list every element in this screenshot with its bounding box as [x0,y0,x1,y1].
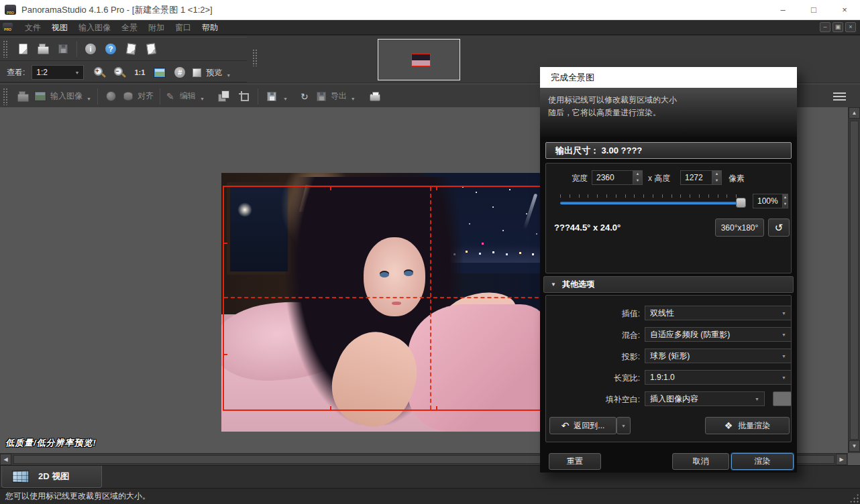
interpolation-select[interactable]: 双线性 ▼ [645,306,792,320]
preview-dropdown-icon[interactable]: ▼ [226,73,231,78]
toolbar-grip-workflow[interactable] [3,88,7,105]
projection-select[interactable]: 球形 (矩形) ▼ [645,349,792,363]
info-button[interactable]: i [80,40,101,58]
globe-button[interactable] [101,87,121,106]
mdi-close-button[interactable]: × [845,22,856,32]
import-page-button[interactable] [141,40,161,58]
toolbar-grip[interactable] [3,40,7,58]
crop-handle[interactable] [436,406,437,411]
zoom-100-button[interactable]: 1:1 [129,63,150,82]
input-images-label[interactable]: 输入图像 [50,90,83,102]
spin-up-icon[interactable]: ▲ [712,171,721,178]
toolbar-grip-right[interactable] [252,49,257,66]
spin-up-icon[interactable]: ▲ [633,171,642,178]
back-to-button[interactable]: ↶ 返回到... [549,417,616,434]
edit-icon-wrap[interactable]: ✎ [164,87,177,106]
crop-handle[interactable] [223,354,227,355]
menu-file[interactable]: 文件 [19,20,46,35]
export-page-button[interactable] [121,40,141,58]
rotate-button[interactable]: ↻ [294,87,315,106]
edit-label[interactable]: 编辑 [180,90,196,102]
crop-horizontal-guide[interactable] [224,297,544,298]
open-images-button[interactable] [13,87,33,106]
vertical-scroll-thumb[interactable] [850,121,859,440]
scroll-right-button[interactable]: ▶ [836,454,847,465]
render-button[interactable]: 渲染 [731,453,794,470]
align-label[interactable]: 对齐 [138,90,154,102]
tab-2d-view[interactable]: 2D 视图 [1,466,102,488]
spin-down-icon[interactable]: ▼ [712,178,721,184]
vertical-scrollbar[interactable]: ▲ ▼ [848,107,860,453]
height-input[interactable]: 1272 ▲▼ [680,170,722,185]
menu-panorama[interactable]: 全景 [116,20,143,35]
edit-dropdown-icon[interactable]: ▼ [200,97,205,101]
reset-angle-button[interactable]: ↺ [768,218,790,237]
resize-grip[interactable] [849,493,859,503]
spin-down-icon[interactable]: ▼ [633,178,642,184]
crop-handle[interactable] [330,186,331,190]
export-label[interactable]: 导出 [331,90,347,102]
crop-handle[interactable] [330,406,331,411]
save-as-button[interactable] [262,87,282,106]
help-button[interactable]: ? [101,40,121,58]
crop-button[interactable] [234,87,254,106]
fit-to-window-button[interactable] [150,63,170,82]
open-project-button[interactable] [33,40,53,58]
panorama-image[interactable] [221,173,544,432]
crop-handle[interactable] [436,186,437,190]
scroll-left-button[interactable]: ◀ [0,454,11,465]
export-dropdown-icon[interactable]: ▼ [351,97,356,101]
minimize-button[interactable]: – [767,0,798,20]
size-slider[interactable] [560,202,745,204]
scroll-down-button[interactable]: ▼ [849,440,860,452]
reset-button[interactable]: 重置 [549,453,601,470]
aspect-ratio-select[interactable]: 1.9:1.0 ▼ [645,370,792,385]
toolbar-menu-button[interactable] [829,87,849,106]
spin-down-icon[interactable]: ▼ [783,201,788,208]
zoom-out-button[interactable]: − [109,63,129,82]
crop-rectangle[interactable] [223,186,544,411]
fill-blank-select[interactable]: 插入图像内容 ▼ [645,391,765,406]
print-button[interactable] [365,87,385,106]
crop-handle[interactable] [223,243,227,244]
width-input[interactable]: 2360 ▲▼ [592,170,643,185]
crop-vertical-guide[interactable] [430,187,431,410]
mdi-minimize-button[interactable]: – [820,22,830,32]
fill-color-swatch[interactable] [773,391,792,406]
navigator-overview[interactable] [378,39,460,80]
new-project-button[interactable] [13,40,33,58]
width-value[interactable]: 2360 [592,171,633,184]
save-as-dropdown-icon[interactable]: ▼ [283,97,288,101]
size-slider-handle[interactable] [736,198,746,208]
menu-extras[interactable]: 附加 [143,20,170,35]
batch-render-button[interactable]: ❖ 批量渲染 [705,417,790,434]
close-button[interactable]: × [829,0,860,20]
input-images-dropdown-icon[interactable]: ▼ [87,97,91,101]
other-options-header[interactable]: ▼ 其他选项 [543,276,794,293]
menu-input-images[interactable]: 输入图像 [73,20,116,35]
zoom-level-select[interactable]: 1:2 ▼ [32,65,84,80]
spin-up-icon[interactable]: ▲ [783,194,788,201]
layers-button[interactable] [214,87,234,106]
scale-percent-input[interactable]: 100% ▲▼ [753,194,788,208]
preview-quality-button[interactable] [190,63,203,82]
grid-toggle-button[interactable]: # [170,63,190,82]
full-sphere-button[interactable]: 360°x180° [715,218,764,237]
align-icon-wrap[interactable] [121,87,135,106]
scale-percent-value[interactable]: 100% [753,194,782,208]
mdi-restore-button[interactable]: ▣ [832,22,843,32]
scroll-up-button[interactable]: ▲ [849,107,860,119]
export-icon-wrap[interactable] [315,87,328,106]
input-images-icon-wrap[interactable] [33,87,48,106]
save-project-button[interactable] [53,40,73,58]
blending-select[interactable]: 自适应多频段 (防重影) ▼ [645,327,792,342]
back-to-dropdown-button[interactable]: ▼ [616,417,631,434]
cancel-button[interactable]: 取消 [672,453,729,470]
navigator-crop-region[interactable] [411,54,431,66]
menu-window[interactable]: 窗口 [170,20,197,35]
maximize-button[interactable]: □ [798,0,829,20]
height-value[interactable]: 1272 [681,171,712,184]
zoom-in-button[interactable]: + [89,63,109,82]
menu-help[interactable]: 帮助 [197,20,223,35]
menu-view[interactable]: 视图 [46,20,73,35]
